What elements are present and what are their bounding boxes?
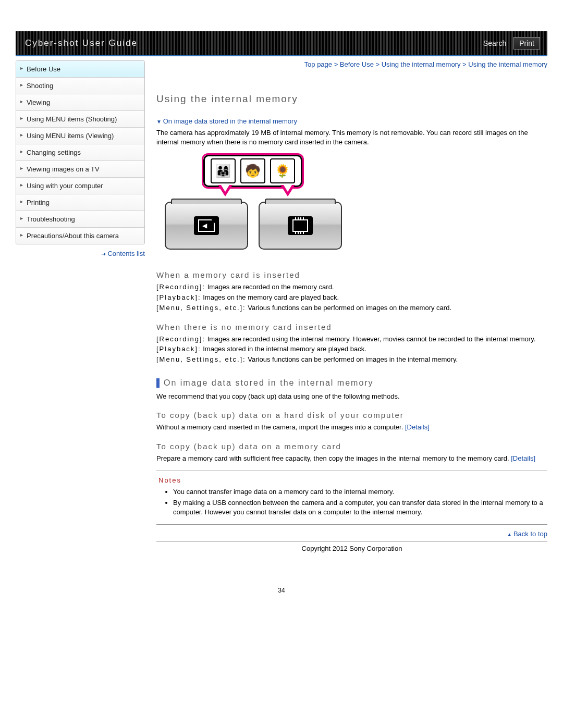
figure-memory-diagram: 👨‍👩‍👧 🧒 🌻 — [156, 155, 349, 256]
thumbnail-box: 👨‍👩‍👧 🧒 🌻 — [203, 155, 302, 187]
heading-copy-card: To copy (back up) data on a memory card — [156, 442, 547, 451]
sidebar-item-menu-shooting[interactable]: Using MENU items (Shooting) — [16, 111, 144, 128]
header-title: Cyber-shot User Guide — [25, 38, 138, 48]
sd-card-icon — [194, 216, 219, 235]
details-link-hd[interactable]: [Details] — [405, 423, 430, 431]
page-title: Using the internal memory — [156, 93, 547, 105]
search-link[interactable]: Search — [483, 39, 506, 47]
notes-title: Notes — [158, 476, 545, 484]
inserted-recording: [Recording]: Images are recorded on the … — [156, 282, 547, 292]
back-to-top-link[interactable]: Back to top — [156, 530, 547, 538]
thumb-boy-icon: 🧒 — [240, 158, 265, 183]
header-bar: Cyber-shot User Guide Search Print — [16, 31, 547, 56]
main-content: Top page > Before Use > Using the intern… — [156, 60, 547, 552]
sidebar-item-menu-viewing[interactable]: Using MENU items (Viewing) — [16, 128, 144, 144]
header-actions: Search Print — [483, 37, 540, 50]
sidebar-list: Before Use Shooting Viewing Using MENU i… — [16, 60, 145, 244]
breadcrumb[interactable]: Top page > Before Use > Using the intern… — [156, 60, 547, 68]
camera-internal-memory — [259, 202, 342, 250]
note-item: By making a USB connection between the c… — [173, 498, 545, 517]
sidebar-item-viewing[interactable]: Viewing — [16, 94, 144, 111]
thumb-people-icon: 👨‍👩‍👧 — [211, 158, 236, 183]
thumb-flower-icon: 🌻 — [270, 158, 295, 183]
chip-icon — [288, 216, 313, 235]
copy-hd-text: Without a memory card inserted in the ca… — [156, 423, 547, 433]
sidebar-item-before-use[interactable]: Before Use — [16, 61, 144, 78]
nocard-menu: [Menu, Settings, etc.]: Various function… — [156, 355, 547, 365]
inserted-playback: [Playback]: Images on the memory card ar… — [156, 293, 547, 303]
heading-copy-hd: To copy (back up) data on a hard disk of… — [156, 411, 547, 419]
camera-with-card — [165, 202, 248, 250]
nocard-playback: [Playback]: Images stored in the interna… — [156, 344, 547, 354]
anchor-link-image-data[interactable]: On image data stored in the internal mem… — [156, 117, 547, 125]
inserted-menu: [Menu, Settings, etc.]: Various function… — [156, 303, 547, 313]
sidebar-item-shooting[interactable]: Shooting — [16, 78, 144, 94]
intro-text: The camera has approximately 19 MB of in… — [156, 128, 547, 146]
contents-list-link[interactable]: Contents list — [16, 250, 145, 257]
sidebar-item-troubleshooting[interactable]: Troubleshooting — [16, 211, 144, 228]
nocard-recording: [Recording]: Images are recorded using t… — [156, 335, 547, 344]
heading-image-data-stored: On image data stored in the internal mem… — [156, 378, 547, 388]
bar-text: We recommend that you copy (back up) dat… — [156, 392, 547, 401]
pointer-arrow-icon — [221, 185, 229, 192]
notes-box: Notes You cannot transfer image data on … — [156, 471, 547, 525]
sidebar-item-viewing-tv[interactable]: Viewing images on a TV — [16, 161, 144, 178]
print-button[interactable]: Print — [513, 37, 540, 50]
sidebar: Before Use Shooting Viewing Using MENU i… — [16, 60, 145, 552]
copyright: Copyright 2012 Sony Corporation — [156, 541, 547, 552]
sidebar-item-precautions[interactable]: Precautions/About this camera — [16, 228, 144, 244]
page-number: 34 — [16, 587, 547, 594]
sidebar-item-printing[interactable]: Printing — [16, 194, 144, 211]
sidebar-item-changing-settings[interactable]: Changing settings — [16, 144, 144, 161]
pointer-arrow-icon — [284, 185, 292, 192]
details-link-card[interactable]: [Details] — [511, 454, 535, 462]
heading-no-card: When there is no memory card inserted — [156, 323, 547, 331]
copy-card-text: Prepare a memory card with sufficient fr… — [156, 454, 547, 464]
heading-card-inserted: When a memory card is inserted — [156, 270, 547, 279]
note-item: You cannot transfer image data on a memo… — [173, 487, 545, 497]
sidebar-item-using-computer[interactable]: Using with your computer — [16, 178, 144, 194]
